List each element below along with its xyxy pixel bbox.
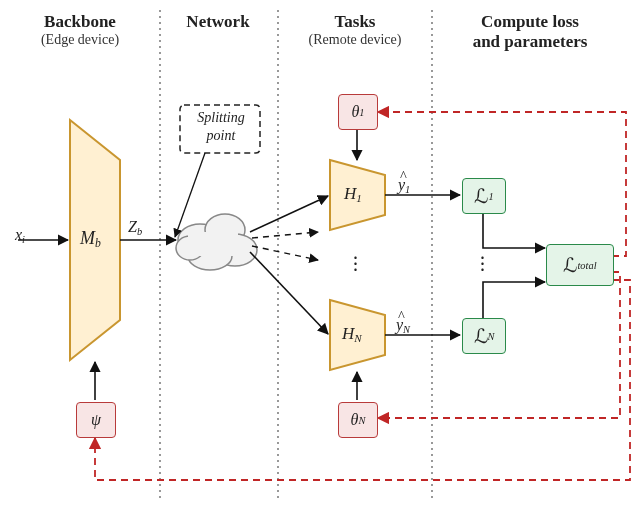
header-backbone: Backbone: [20, 12, 140, 32]
svg-point-6: [178, 224, 222, 256]
svg-line-16: [250, 196, 328, 232]
label-Mb: Mb: [80, 228, 101, 250]
header-network: Network: [168, 12, 268, 32]
label-yhat1: y1: [398, 176, 410, 195]
svg-point-7: [205, 214, 245, 246]
diagram-stage: Backbone (Edge device) Network Tasks (Re…: [0, 0, 640, 512]
label-Zb: Zb: [128, 218, 142, 237]
svg-point-9: [188, 242, 232, 270]
svg-line-19: [252, 246, 318, 260]
param-psi: ψ: [76, 402, 116, 438]
param-thetaN: θN: [338, 402, 378, 438]
loss-LN: ℒN: [462, 318, 506, 354]
vdots-heads: ···: [353, 255, 358, 273]
svg-line-13: [175, 153, 205, 237]
subheader-tasks: (Remote device): [295, 32, 415, 48]
loss-Ltotal: ℒtotal: [546, 244, 614, 286]
label-splitting-point: Splitting point: [186, 109, 256, 144]
label-HN: HN: [342, 324, 362, 344]
loss-L1: ℒ1: [462, 178, 506, 214]
label-yhatN: yN: [396, 316, 410, 335]
vdots-losses: ···: [480, 255, 485, 273]
param-theta1: θ1: [338, 94, 378, 130]
label-H1: H1: [344, 184, 362, 204]
svg-rect-11: [188, 232, 238, 256]
subheader-backbone: (Edge device): [20, 32, 140, 48]
svg-point-10: [176, 236, 204, 260]
label-xi: xi: [15, 226, 25, 245]
svg-line-18: [252, 232, 318, 238]
header-tasks: Tasks: [295, 12, 415, 32]
svg-line-17: [250, 252, 328, 334]
svg-point-8: [213, 234, 257, 266]
header-loss: Compute loss and parameters: [440, 12, 620, 52]
